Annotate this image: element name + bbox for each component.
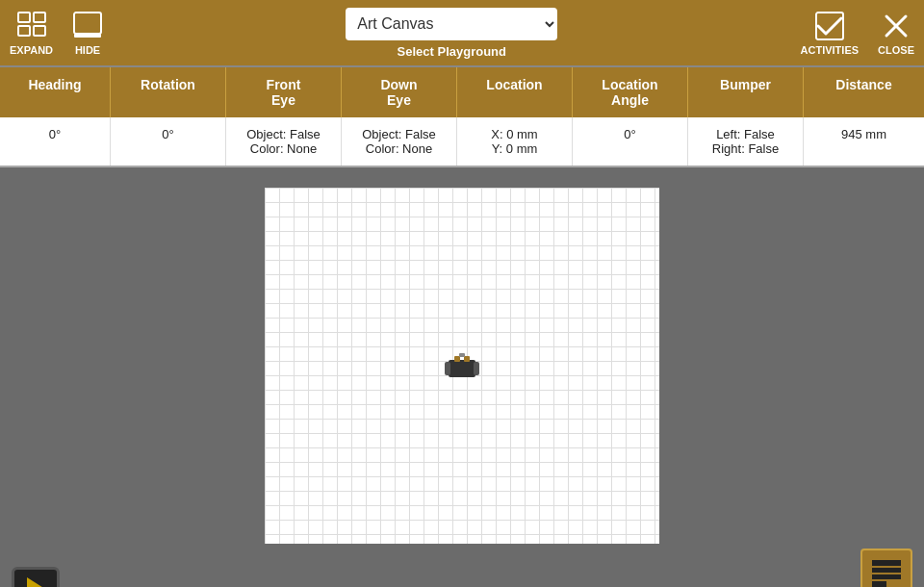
robot-sprite [445,352,479,379]
svg-rect-11 [474,362,479,375]
table-header: Heading Rotation FrontEye DownEye Locati… [0,65,924,117]
svg-rect-13 [464,356,470,362]
close-label: CLOSE [878,44,914,56]
bottom-area: 00:00:0 [0,564,924,587]
svg-rect-5 [74,34,101,38]
svg-rect-1 [18,26,30,36]
play-icon [27,577,48,587]
select-playground-label: Select Playground [398,44,506,59]
table-view-button[interactable] [860,549,912,587]
play-row [12,567,191,587]
svg-rect-19 [872,581,886,587]
svg-rect-4 [74,13,101,34]
td-heading: 0° [0,117,111,166]
expand-label: EXPAND [10,44,53,56]
td-location: X: 0 mmY: 0 mm [457,117,573,166]
hide-label: HIDE [75,44,100,56]
toolbar-right: ACTIVITIES CLOSE [801,11,914,56]
playground-select[interactable]: Art Canvas Option 2 Option 3 [346,8,557,40]
activities-button[interactable]: ACTIVITIES [801,11,860,56]
th-rotation: Rotation [111,67,226,117]
close-button[interactable]: CLOSE [878,11,914,56]
toolbar-center: Art Canvas Option 2 Option 3 Select Play… [346,8,557,59]
hide-button[interactable]: HIDE [72,11,103,56]
grid-canvas [265,188,659,544]
svg-rect-9 [449,360,475,377]
svg-rect-17 [872,568,901,573]
activities-label: ACTIVITIES [801,44,860,56]
svg-rect-18 [872,574,901,579]
toolbar: EXPAND HIDE Art Canvas Option 2 Option 3… [0,0,924,65]
th-heading: Heading [0,67,111,117]
right-panel-top [732,549,912,587]
svg-rect-10 [445,362,450,375]
svg-rect-12 [454,356,460,362]
left-controls: 00:00:0 [12,567,191,587]
svg-rect-14 [459,353,465,357]
svg-rect-0 [18,13,30,22]
svg-rect-6 [816,13,843,39]
th-location-angle: LocationAngle [573,67,688,117]
td-distance: 945 mm [804,117,924,166]
main-canvas-area [0,167,924,564]
td-front-eye: Object: FalseColor: None [226,117,342,166]
svg-rect-16 [872,560,901,566]
td-rotation: 0° [111,117,226,166]
svg-rect-3 [34,26,45,36]
td-location-angle: 0° [573,117,688,166]
svg-rect-2 [34,13,45,22]
th-down-eye: DownEye [342,67,457,117]
th-front-eye: FrontEye [226,67,342,117]
td-bumper: Left: FalseRight: False [688,117,804,166]
th-bumper: Bumper [688,67,804,117]
play-button[interactable] [12,567,60,587]
th-location: Location [457,67,573,117]
right-panel [732,549,912,587]
th-distance: Distance [804,67,924,117]
expand-button[interactable]: EXPAND [10,11,53,56]
toolbar-left: EXPAND HIDE [10,11,103,56]
table-row: 0° 0° Object: FalseColor: None Object: F… [0,117,924,167]
td-down-eye: Object: FalseColor: None [342,117,457,166]
table-view-icon [870,558,903,587]
